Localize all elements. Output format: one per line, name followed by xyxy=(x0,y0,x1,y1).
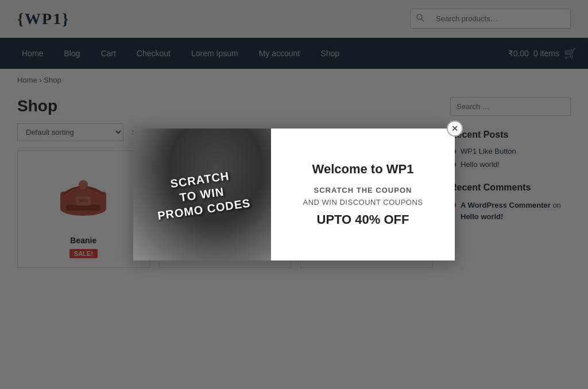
modal-discount: UPTO 40% OFF xyxy=(317,212,409,227)
modal-close-button[interactable]: ✕ xyxy=(447,120,463,137)
modal-overlay: ✕ SCRATCH TO WIN PROMO CODES Welcome to … xyxy=(0,0,588,285)
modal-title: Welcome to WP1 xyxy=(312,162,414,177)
modal-right-panel: Welcome to WP1 SCRATCH THE COUPON AND WI… xyxy=(271,129,455,260)
modal-left-panel: SCRATCH TO WIN PROMO CODES xyxy=(133,129,271,260)
modal-subtitle1: SCRATCH THE COUPON xyxy=(314,186,412,194)
scratch-visual: SCRATCH TO WIN PROMO CODES xyxy=(133,129,271,260)
modal-box: ✕ SCRATCH TO WIN PROMO CODES Welcome to … xyxy=(133,129,455,260)
modal-subtitle2: AND WIN DISCOUNT COUPONS xyxy=(303,198,423,207)
